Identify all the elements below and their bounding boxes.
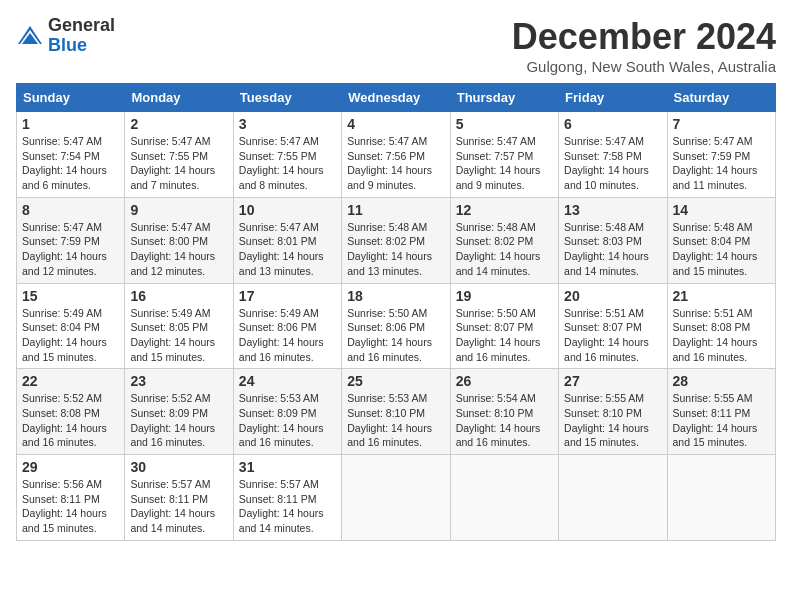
- day-info: Sunrise: 5:48 AM Sunset: 8:02 PM Dayligh…: [347, 220, 444, 279]
- day-number: 13: [564, 202, 661, 218]
- day-number: 26: [456, 373, 553, 389]
- day-info: Sunrise: 5:47 AM Sunset: 7:55 PM Dayligh…: [130, 134, 227, 193]
- calendar-day-cell: 24 Sunrise: 5:53 AM Sunset: 8:09 PM Dayl…: [233, 369, 341, 455]
- calendar-day-cell: 19 Sunrise: 5:50 AM Sunset: 8:07 PM Dayl…: [450, 283, 558, 369]
- day-number: 14: [673, 202, 770, 218]
- day-number: 17: [239, 288, 336, 304]
- sunset-label: Sunset: 8:06 PM: [239, 321, 317, 333]
- day-number: 18: [347, 288, 444, 304]
- calendar-day-cell: 8 Sunrise: 5:47 AM Sunset: 7:59 PM Dayli…: [17, 197, 125, 283]
- sunrise-label: Sunrise: 5:47 AM: [564, 135, 644, 147]
- sunrise-label: Sunrise: 5:47 AM: [239, 135, 319, 147]
- sunrise-label: Sunrise: 5:47 AM: [130, 135, 210, 147]
- day-number: 12: [456, 202, 553, 218]
- calendar-table: Sunday Monday Tuesday Wednesday Thursday…: [16, 83, 776, 541]
- title-area: December 2024 Gulgong, New South Wales, …: [512, 16, 776, 75]
- day-number: 20: [564, 288, 661, 304]
- sunrise-label: Sunrise: 5:48 AM: [564, 221, 644, 233]
- logo-text: General Blue: [48, 16, 115, 56]
- daylight-label: Daylight: 14 hours and 10 minutes.: [564, 164, 649, 191]
- sunset-label: Sunset: 8:00 PM: [130, 235, 208, 247]
- daylight-label: Daylight: 14 hours and 15 minutes.: [22, 336, 107, 363]
- sunrise-label: Sunrise: 5:47 AM: [456, 135, 536, 147]
- sunset-label: Sunset: 8:08 PM: [22, 407, 100, 419]
- calendar-day-cell: 6 Sunrise: 5:47 AM Sunset: 7:58 PM Dayli…: [559, 112, 667, 198]
- calendar-day-cell: 9 Sunrise: 5:47 AM Sunset: 8:00 PM Dayli…: [125, 197, 233, 283]
- sunset-label: Sunset: 8:10 PM: [456, 407, 534, 419]
- calendar-day-cell: 1 Sunrise: 5:47 AM Sunset: 7:54 PM Dayli…: [17, 112, 125, 198]
- calendar-week-row: 8 Sunrise: 5:47 AM Sunset: 7:59 PM Dayli…: [17, 197, 776, 283]
- day-info: Sunrise: 5:47 AM Sunset: 7:59 PM Dayligh…: [22, 220, 119, 279]
- calendar-week-row: 1 Sunrise: 5:47 AM Sunset: 7:54 PM Dayli…: [17, 112, 776, 198]
- daylight-label: Daylight: 14 hours and 9 minutes.: [347, 164, 432, 191]
- daylight-label: Daylight: 14 hours and 14 minutes.: [564, 250, 649, 277]
- daylight-label: Daylight: 14 hours and 8 minutes.: [239, 164, 324, 191]
- day-info: Sunrise: 5:47 AM Sunset: 7:57 PM Dayligh…: [456, 134, 553, 193]
- sunrise-label: Sunrise: 5:47 AM: [130, 221, 210, 233]
- day-info: Sunrise: 5:53 AM Sunset: 8:10 PM Dayligh…: [347, 391, 444, 450]
- sunset-label: Sunset: 7:59 PM: [22, 235, 100, 247]
- month-title: December 2024: [512, 16, 776, 58]
- sunrise-label: Sunrise: 5:49 AM: [239, 307, 319, 319]
- day-number: 21: [673, 288, 770, 304]
- day-number: 11: [347, 202, 444, 218]
- day-number: 2: [130, 116, 227, 132]
- daylight-label: Daylight: 14 hours and 16 minutes.: [130, 422, 215, 449]
- sunrise-label: Sunrise: 5:49 AM: [130, 307, 210, 319]
- sunset-label: Sunset: 8:06 PM: [347, 321, 425, 333]
- sunset-label: Sunset: 7:58 PM: [564, 150, 642, 162]
- calendar-week-row: 29 Sunrise: 5:56 AM Sunset: 8:11 PM Dayl…: [17, 455, 776, 541]
- calendar-day-cell: 26 Sunrise: 5:54 AM Sunset: 8:10 PM Dayl…: [450, 369, 558, 455]
- sunset-label: Sunset: 8:01 PM: [239, 235, 317, 247]
- header-row: Sunday Monday Tuesday Wednesday Thursday…: [17, 84, 776, 112]
- sunrise-label: Sunrise: 5:52 AM: [130, 392, 210, 404]
- daylight-label: Daylight: 14 hours and 14 minutes.: [130, 507, 215, 534]
- sunrise-label: Sunrise: 5:50 AM: [456, 307, 536, 319]
- calendar-day-cell: [450, 455, 558, 541]
- sunrise-label: Sunrise: 5:49 AM: [22, 307, 102, 319]
- calendar-week-row: 15 Sunrise: 5:49 AM Sunset: 8:04 PM Dayl…: [17, 283, 776, 369]
- calendar-day-cell: 4 Sunrise: 5:47 AM Sunset: 7:56 PM Dayli…: [342, 112, 450, 198]
- sunrise-label: Sunrise: 5:48 AM: [673, 221, 753, 233]
- calendar-day-cell: 2 Sunrise: 5:47 AM Sunset: 7:55 PM Dayli…: [125, 112, 233, 198]
- daylight-label: Daylight: 14 hours and 7 minutes.: [130, 164, 215, 191]
- col-saturday: Saturday: [667, 84, 775, 112]
- sunrise-label: Sunrise: 5:57 AM: [239, 478, 319, 490]
- sunrise-label: Sunrise: 5:55 AM: [673, 392, 753, 404]
- logo-general: General: [48, 16, 115, 36]
- calendar-day-cell: 14 Sunrise: 5:48 AM Sunset: 8:04 PM Dayl…: [667, 197, 775, 283]
- day-info: Sunrise: 5:47 AM Sunset: 8:01 PM Dayligh…: [239, 220, 336, 279]
- day-number: 24: [239, 373, 336, 389]
- calendar-day-cell: [559, 455, 667, 541]
- day-info: Sunrise: 5:56 AM Sunset: 8:11 PM Dayligh…: [22, 477, 119, 536]
- sunset-label: Sunset: 8:04 PM: [673, 235, 751, 247]
- sunrise-label: Sunrise: 5:53 AM: [347, 392, 427, 404]
- sunrise-label: Sunrise: 5:47 AM: [673, 135, 753, 147]
- calendar-day-cell: 30 Sunrise: 5:57 AM Sunset: 8:11 PM Dayl…: [125, 455, 233, 541]
- sunrise-label: Sunrise: 5:55 AM: [564, 392, 644, 404]
- day-info: Sunrise: 5:48 AM Sunset: 8:02 PM Dayligh…: [456, 220, 553, 279]
- col-wednesday: Wednesday: [342, 84, 450, 112]
- day-number: 10: [239, 202, 336, 218]
- calendar-day-cell: 23 Sunrise: 5:52 AM Sunset: 8:09 PM Dayl…: [125, 369, 233, 455]
- sunrise-label: Sunrise: 5:48 AM: [456, 221, 536, 233]
- calendar-day-cell: 3 Sunrise: 5:47 AM Sunset: 7:55 PM Dayli…: [233, 112, 341, 198]
- day-info: Sunrise: 5:52 AM Sunset: 8:09 PM Dayligh…: [130, 391, 227, 450]
- daylight-label: Daylight: 14 hours and 13 minutes.: [239, 250, 324, 277]
- sunset-label: Sunset: 8:05 PM: [130, 321, 208, 333]
- sunrise-label: Sunrise: 5:51 AM: [673, 307, 753, 319]
- day-info: Sunrise: 5:50 AM Sunset: 8:07 PM Dayligh…: [456, 306, 553, 365]
- daylight-label: Daylight: 14 hours and 16 minutes.: [347, 336, 432, 363]
- day-number: 15: [22, 288, 119, 304]
- sunrise-label: Sunrise: 5:56 AM: [22, 478, 102, 490]
- col-sunday: Sunday: [17, 84, 125, 112]
- calendar-day-cell: 15 Sunrise: 5:49 AM Sunset: 8:04 PM Dayl…: [17, 283, 125, 369]
- sunrise-label: Sunrise: 5:47 AM: [22, 221, 102, 233]
- calendar-day-cell: 18 Sunrise: 5:50 AM Sunset: 8:06 PM Dayl…: [342, 283, 450, 369]
- calendar-day-cell: 17 Sunrise: 5:49 AM Sunset: 8:06 PM Dayl…: [233, 283, 341, 369]
- day-info: Sunrise: 5:54 AM Sunset: 8:10 PM Dayligh…: [456, 391, 553, 450]
- sunset-label: Sunset: 7:55 PM: [239, 150, 317, 162]
- daylight-label: Daylight: 14 hours and 15 minutes.: [564, 422, 649, 449]
- day-number: 27: [564, 373, 661, 389]
- location: Gulgong, New South Wales, Australia: [512, 58, 776, 75]
